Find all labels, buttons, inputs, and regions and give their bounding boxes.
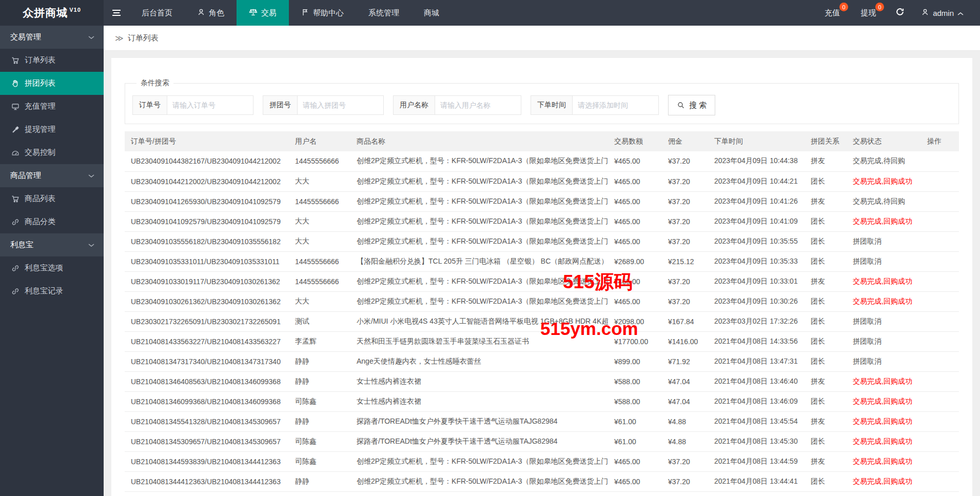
- cell-commission: ¥47.04: [662, 391, 708, 411]
- topmenu-item-mall[interactable]: 商城: [411, 0, 452, 26]
- group-no-input[interactable]: [298, 95, 384, 115]
- filter-user-name: 用户名称: [393, 95, 521, 115]
- breadcrumb-icon: ≫: [115, 33, 124, 43]
- sidebar-item-label: 订单列表: [25, 55, 55, 65]
- cell-order-time: 2021年04月08日 13:47:31: [708, 351, 805, 371]
- chevron-up-icon: [957, 9, 964, 17]
- cell-commission: ¥37.20: [662, 171, 708, 191]
- table-row: UB2104081344593839/UB2104081344412363 司陈…: [125, 451, 959, 471]
- sidebar-item-goods-list[interactable]: 商品列表: [0, 187, 104, 210]
- cell-relation: 拼友: [805, 491, 847, 496]
- table-row: UB2304091044212002/UB2304091044212002 大大…: [125, 171, 959, 191]
- sidebar-group-lixibao[interactable]: 利息宝: [0, 233, 104, 256]
- withdraw-button[interactable]: 提现 0: [850, 0, 886, 26]
- cell-commission: ¥4.88: [662, 431, 708, 451]
- sidebar-group-goods[interactable]: 商品管理: [0, 164, 104, 187]
- cell-user-name: 14455556666: [289, 191, 350, 211]
- cell-action: [921, 231, 959, 251]
- group-label: 商品管理: [10, 171, 41, 181]
- cell-user-name: 14455556666: [289, 271, 350, 291]
- cell-amount: ¥588.00: [608, 391, 662, 411]
- topmenu-item-role[interactable]: 角色: [185, 0, 237, 26]
- topmenu-label: 系统管理: [368, 8, 399, 18]
- col-action: 操作: [921, 131, 959, 151]
- cell-amount: ¥61.00: [608, 411, 662, 431]
- user-name-input[interactable]: [435, 95, 521, 115]
- cell-product-name: 创维2P定频立式柜机，型号：KFR-50LW/F2DA1A-3（限如皋地区免费送…: [350, 231, 608, 251]
- cell-order-no: UB2104081344412363/UB2104081344412363: [125, 471, 289, 491]
- sidebar-item-label: 利息宝选项: [25, 263, 63, 273]
- filters-row: 订单号 拼团号 用户名称 下单时间 搜 索: [132, 95, 951, 115]
- group-label: 交易管理: [10, 32, 41, 42]
- cell-user-name: 陈昌: [289, 491, 350, 496]
- cell-product-name: 【洛阳金融积分兑换】TCL 205升 三门电冰箱 （星空银） BC（邮政网点配送…: [350, 251, 608, 271]
- cell-order-no: UB2304091030261362/UB2304091030261362: [125, 291, 289, 311]
- sidebar-item-withdraw-mgmt[interactable]: 提现管理: [0, 118, 104, 141]
- sidebar-item-lixibao-records[interactable]: 利息宝记录: [0, 280, 104, 303]
- sidebar-group-trade[interactable]: 交易管理: [0, 26, 104, 49]
- topmenu-item-system[interactable]: 系统管理: [356, 0, 411, 26]
- cell-order-time: 2021年04月08日 13:45:54: [708, 411, 805, 431]
- cell-action: [921, 491, 959, 496]
- cell-action: [921, 431, 959, 451]
- refresh-button[interactable]: [886, 0, 914, 26]
- cell-status: 交易完成,待回购: [847, 191, 921, 211]
- cell-status: 交易完成,回购成功: [847, 491, 921, 496]
- sidebar-item-recharge-mgmt[interactable]: 充值管理: [0, 95, 104, 118]
- cell-order-time: 2021年04月08日 13:44:41: [708, 471, 805, 491]
- menu-toggle-icon[interactable]: [104, 0, 129, 26]
- cell-relation: 团长: [805, 171, 847, 191]
- cell-user-name: 大大: [289, 211, 350, 231]
- sidebar-item-group-list[interactable]: 拼团列表: [0, 72, 104, 95]
- search-button[interactable]: 搜 索: [668, 95, 715, 115]
- cell-order-no: UB2104081327073727/UB2104081324092631: [125, 491, 289, 496]
- table-row: UB2304091035556182/UB2304091035556182 大大…: [125, 231, 959, 251]
- topmenu-label: 帮助中心: [313, 8, 344, 18]
- sidebar-item-goods-category[interactable]: 商品分类: [0, 210, 104, 233]
- cell-action: [921, 271, 959, 291]
- order-no-input[interactable]: [167, 95, 253, 115]
- order-table-body: UB2304091044382167/UB2304091044212002 14…: [125, 151, 959, 496]
- cell-order-time: 2023年04月09日 10:41:26: [708, 191, 805, 211]
- cell-product-name: 创维2P定频立式柜机，型号：KFR-50LW/F2DA1A-3（限如皋地区免费送…: [350, 491, 608, 496]
- sidebar-item-order-list[interactable]: 订单列表: [0, 49, 104, 72]
- cell-order-time: 2021年04月08日 13:45:30: [708, 431, 805, 451]
- table-row: UB2304091041265930/UB2304091041092579 14…: [125, 191, 959, 211]
- cell-status: 拼团取消: [847, 331, 921, 351]
- sidebar-item-trade-control[interactable]: 交易控制: [0, 141, 104, 164]
- cell-commission: ¥37.20: [662, 231, 708, 251]
- topmenu-item-help[interactable]: 帮助中心: [289, 0, 356, 26]
- link-icon: [11, 218, 19, 226]
- cell-status: 交易完成,回购成功: [847, 211, 921, 231]
- order-time-input[interactable]: [573, 95, 659, 115]
- cell-status: 交易完成,回购成功: [847, 271, 921, 291]
- cell-product-name: 创维2P定频立式柜机，型号：KFR-50LW/F2DA1A-3（限如皋地区免费送…: [350, 291, 608, 311]
- sidebar-item-lixibao-options[interactable]: 利息宝选项: [0, 256, 104, 280]
- cell-order-time: 2023年04月09日 10:33:01: [708, 271, 805, 291]
- cell-commission: ¥37.20: [662, 491, 708, 496]
- cell-relation: 拼友: [805, 371, 847, 391]
- cell-order-no: UB2304091033019117/UB2304091030261362: [125, 271, 289, 291]
- cell-commission: ¥47.04: [662, 371, 708, 391]
- table-row: UB2104081327073727/UB2104081324092631 陈昌…: [125, 491, 959, 496]
- cell-action: [921, 211, 959, 231]
- recharge-button[interactable]: 充值 0: [814, 0, 850, 26]
- cell-product-name: 女士性感内裤连衣裙: [350, 371, 608, 391]
- chevron-down-icon: [88, 243, 94, 247]
- col-order: 订单号/拼团号: [125, 131, 289, 151]
- cell-status: 交易完成,待回购: [847, 151, 921, 171]
- topmenu-item-home[interactable]: 后台首页: [129, 0, 185, 26]
- cell-commission: ¥37.20: [662, 151, 708, 171]
- cell-action: [921, 471, 959, 491]
- user-menu[interactable]: admin: [914, 0, 971, 26]
- sidebar-item-label: 商品分类: [25, 217, 55, 227]
- flag-icon: [301, 8, 309, 18]
- table-header-row: 订单号/拼团号 用户名 商品名称 交易数额 佣金 下单时间 拼团关系 交易状态 …: [125, 131, 959, 151]
- cell-product-name: 女士性感内裤连衣裙: [350, 391, 608, 411]
- sidebar-item-label: 拼团列表: [25, 78, 55, 88]
- cell-user-name: 司陈鑫: [289, 391, 350, 411]
- cell-relation: 团长: [805, 331, 847, 351]
- topmenu-item-trade[interactable]: 交易: [237, 0, 289, 26]
- table-row: UB2303021732265091/UB2303021732265091 测试…: [125, 311, 959, 331]
- cell-status: 拼团取消: [847, 311, 921, 331]
